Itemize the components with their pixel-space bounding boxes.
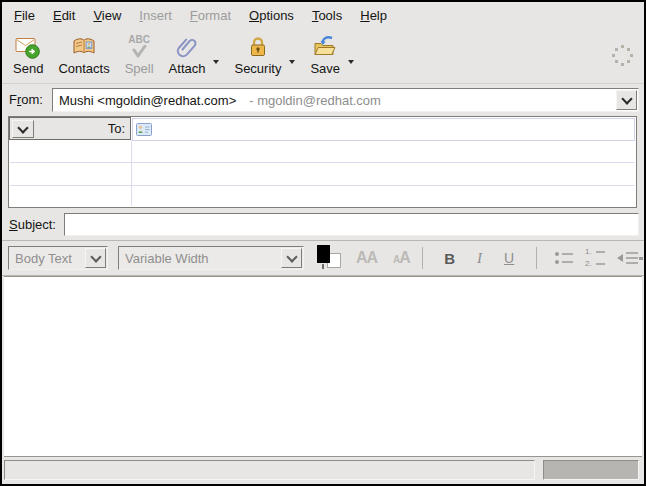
italic-button: I bbox=[469, 250, 491, 267]
chevron-down-icon bbox=[90, 251, 101, 262]
menu-insert: Insert bbox=[130, 4, 181, 27]
menu-help[interactable]: Help bbox=[351, 4, 396, 27]
swatch-tick-icon bbox=[322, 264, 324, 269]
save-dropdown-arrow-icon[interactable] bbox=[348, 60, 354, 64]
statusbar bbox=[2, 458, 644, 484]
send-icon bbox=[15, 33, 41, 60]
from-identity-combo[interactable]: Mushi <mgoldin@redhat.com> - mgoldin@red… bbox=[52, 88, 639, 112]
contacts-label: Contacts bbox=[58, 61, 109, 76]
font-style-value: Variable Width bbox=[125, 251, 209, 266]
chevron-down-icon bbox=[286, 251, 297, 262]
bold-button: B bbox=[439, 250, 461, 267]
to-button[interactable]: To: bbox=[9, 117, 131, 140]
paragraph-style-value: Body Text bbox=[15, 251, 72, 266]
from-row: From: Mushi <mgoldin@redhat.com> - mgold… bbox=[2, 86, 644, 114]
menu-format: Format bbox=[181, 4, 240, 27]
paragraph-style-arrow-button bbox=[85, 248, 106, 268]
spell-button: ABC Spell bbox=[118, 31, 161, 78]
contacts-button[interactable]: Contacts bbox=[51, 31, 116, 78]
progress-bar bbox=[543, 460, 639, 480]
empty-recipient-row bbox=[10, 163, 635, 186]
from-combo-arrow-button[interactable] bbox=[616, 90, 637, 110]
attach-label: Attach bbox=[169, 61, 206, 76]
security-icon bbox=[245, 33, 271, 60]
save-icon bbox=[312, 33, 338, 60]
numbered-list-button: 1. 2. bbox=[585, 248, 605, 268]
activity-throbber-icon bbox=[611, 44, 635, 68]
format-toolbar: Body Text Variable Width AA AA B I U bbox=[2, 240, 644, 276]
clipped-toolbar-icon bbox=[639, 257, 643, 260]
unindent-button bbox=[617, 252, 638, 264]
send-label: Send bbox=[13, 61, 43, 76]
recipient-row-header-cell bbox=[10, 140, 132, 162]
separator bbox=[536, 247, 537, 269]
recipients-grid: To: bbox=[8, 116, 637, 208]
chevron-down-icon bbox=[621, 93, 632, 104]
recipient-row-header-cell bbox=[10, 163, 132, 185]
security-label: Security bbox=[234, 61, 281, 76]
attach-icon bbox=[174, 33, 200, 60]
to-label: To: bbox=[108, 121, 125, 136]
recipient-type-dropdown[interactable] bbox=[12, 120, 34, 138]
text-color-swatch[interactable] bbox=[316, 245, 340, 271]
security-dropdown-arrow-icon[interactable] bbox=[289, 60, 295, 64]
foreground-color-icon bbox=[317, 245, 330, 263]
attach-dropdown-arrow-icon[interactable] bbox=[213, 60, 219, 64]
recipient-row-header-cell bbox=[10, 186, 132, 206]
separator bbox=[422, 247, 423, 269]
menu-tools[interactable]: Tools bbox=[303, 4, 351, 27]
chevron-down-icon bbox=[17, 122, 28, 133]
toolbar: Send Contacts ABC bbox=[2, 28, 644, 84]
bulleted-list-button bbox=[555, 252, 573, 264]
send-button[interactable]: Send bbox=[6, 31, 50, 78]
empty-recipient-row bbox=[10, 140, 635, 163]
font-size-increase-icon: AA bbox=[393, 250, 410, 266]
recipient-row-entry-cell[interactable] bbox=[132, 140, 635, 162]
attach-button[interactable]: Attach bbox=[162, 31, 213, 78]
message-body-input[interactable] bbox=[4, 276, 642, 457]
menu-edit[interactable]: Edit bbox=[44, 4, 84, 27]
save-button[interactable]: Save bbox=[303, 31, 347, 78]
arrow-left-icon bbox=[617, 254, 623, 262]
spell-icon: ABC bbox=[128, 33, 150, 60]
subject-label: Subject: bbox=[9, 217, 56, 232]
to-input[interactable] bbox=[132, 118, 635, 141]
from-identity-value: Mushi <mgoldin@redhat.com> bbox=[59, 93, 236, 108]
spell-label: Spell bbox=[125, 61, 154, 76]
font-style-arrow-button bbox=[281, 248, 302, 268]
recipient-row-entry-cell[interactable] bbox=[132, 186, 635, 206]
contacts-icon bbox=[71, 33, 97, 60]
status-message-area bbox=[4, 460, 535, 480]
from-identity-email: - mgoldin@redhat.com bbox=[249, 93, 381, 108]
security-button[interactable]: Security bbox=[227, 31, 288, 78]
font-style-combo: Variable Width bbox=[118, 246, 304, 270]
subject-input[interactable] bbox=[64, 213, 639, 236]
menu-options[interactable]: Options bbox=[240, 4, 303, 27]
font-size-decrease-icon: AA bbox=[356, 250, 377, 266]
subject-row: Subject: bbox=[2, 210, 644, 240]
underline-button: U bbox=[498, 250, 520, 266]
paragraph-style-combo: Body Text bbox=[8, 246, 108, 270]
mail-composer-window: File Edit View Insert Format Options Too… bbox=[0, 0, 646, 486]
menu-view[interactable]: View bbox=[84, 4, 130, 27]
recipient-row-entry-cell[interactable] bbox=[132, 163, 635, 185]
menu-file[interactable]: File bbox=[5, 4, 44, 27]
save-label: Save bbox=[310, 61, 340, 76]
menubar: File Edit View Insert Format Options Too… bbox=[2, 2, 644, 28]
empty-recipient-row bbox=[10, 186, 635, 206]
contact-card-icon bbox=[136, 123, 153, 137]
from-label: From: bbox=[9, 92, 43, 107]
